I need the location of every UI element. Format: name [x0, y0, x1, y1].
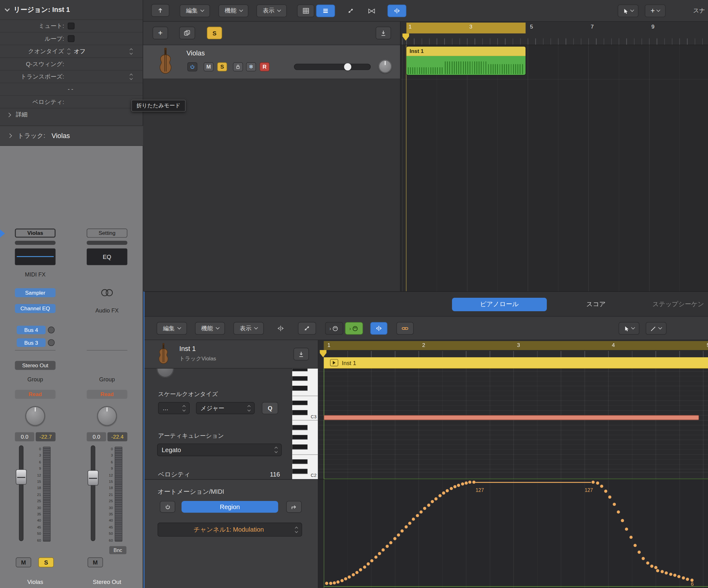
automation-point[interactable] — [416, 514, 419, 517]
strip-name-button[interactable]: Violas — [15, 229, 56, 238]
automation-point[interactable] — [393, 537, 396, 540]
edit-menu[interactable]: 編集 — [180, 4, 210, 17]
volume-fader[interactable] — [88, 470, 98, 486]
hide-inspector-button[interactable] — [151, 4, 169, 17]
track-freeze-button[interactable]: ❄ — [246, 62, 256, 71]
automation-point[interactable] — [613, 502, 616, 506]
arrange-grid[interactable]: Inst 1 — [401, 45, 708, 291]
midi-note[interactable] — [324, 415, 699, 420]
transpose-stepper[interactable] — [130, 74, 132, 79]
automation-power-button[interactable] — [160, 501, 175, 513]
automation-point[interactable] — [427, 503, 430, 507]
tab-score[interactable]: スコア — [576, 298, 616, 311]
flex-button[interactable] — [387, 4, 407, 17]
list-view-button[interactable] — [316, 4, 335, 17]
automation-segment-line[interactable] — [475, 482, 591, 483]
automation-point[interactable] — [453, 485, 456, 489]
add-track-button[interactable]: + — [153, 27, 168, 39]
eq-thumbnail[interactable] — [15, 248, 56, 265]
automation-point[interactable] — [371, 559, 374, 562]
automation-point[interactable] — [367, 562, 370, 565]
black-key[interactable] — [292, 369, 307, 371]
track-record-button[interactable]: R — [260, 62, 270, 71]
track-on-button[interactable] — [187, 62, 198, 71]
send-bus4[interactable]: Bus 4 — [17, 326, 46, 334]
automation-point[interactable] — [329, 582, 332, 585]
automation-point[interactable] — [344, 577, 347, 581]
automation-point[interactable] — [412, 518, 415, 521]
track-lock-button[interactable] — [233, 62, 243, 71]
automation-point[interactable] — [654, 566, 657, 569]
automation-point[interactable] — [625, 527, 628, 530]
snap-label[interactable]: スナ — [693, 7, 705, 15]
automation-point[interactable] — [348, 576, 351, 579]
send-bus3[interactable]: Bus 3 — [17, 339, 46, 347]
tab-piano-roll[interactable]: ピアノロール — [452, 298, 547, 311]
automation-point[interactable] — [423, 507, 426, 510]
automation-point[interactable] — [374, 556, 378, 559]
automation-point[interactable] — [386, 545, 389, 548]
send-bus3-knob[interactable] — [48, 339, 55, 346]
automation-point[interactable] — [646, 562, 649, 565]
automation-point[interactable] — [665, 571, 668, 575]
automation-point[interactable] — [340, 579, 343, 582]
automation-channel-select[interactable]: チャンネル1: Modulation — [157, 523, 302, 537]
black-key[interactable] — [292, 401, 307, 406]
automation-point[interactable] — [686, 577, 689, 581]
automation-point[interactable] — [359, 568, 362, 571]
group-slot[interactable]: Group — [15, 376, 56, 383]
volume-fader[interactable] — [16, 469, 27, 485]
view-menu[interactable]: 表示 — [256, 4, 287, 17]
eq-thumbnail[interactable]: EQ — [87, 248, 127, 265]
arrange-ruler[interactable]: 13579 — [401, 22, 708, 45]
automation-point[interactable] — [352, 573, 355, 577]
automation-point[interactable] — [600, 485, 603, 488]
automation-point[interactable] — [431, 500, 434, 503]
mute-button[interactable]: M — [88, 557, 103, 567]
send-bus4-knob[interactable] — [48, 327, 55, 333]
automation-point[interactable] — [442, 492, 445, 495]
piano-keyboard[interactable]: C3C2 — [292, 369, 318, 479]
editor-pointer-tool-menu[interactable] — [618, 322, 639, 335]
pan-knob[interactable] — [97, 406, 117, 426]
automation-transfer-button[interactable] — [286, 501, 302, 513]
region-bar[interactable]: Inst 1 — [324, 357, 708, 369]
automation-point[interactable] — [355, 571, 358, 574]
midi-fx-slot[interactable]: MIDI FX — [15, 271, 56, 278]
automation-mode-slot[interactable]: Read — [15, 390, 56, 399]
midi-region[interactable]: Inst 1 — [406, 47, 526, 75]
automation-point[interactable] — [397, 533, 400, 536]
automation-point[interactable] — [660, 570, 663, 573]
mute-checkbox[interactable] — [68, 23, 75, 29]
black-key[interactable] — [292, 425, 307, 430]
articulation-select[interactable]: Legato — [157, 444, 282, 456]
automation-point[interactable] — [609, 496, 612, 499]
track-name[interactable]: Violas — [186, 49, 205, 57]
automation-point[interactable] — [325, 582, 328, 585]
volume-value[interactable]: 0.0 — [15, 432, 34, 441]
instrument-slot[interactable]: Sampler — [15, 288, 56, 297]
pointer-tool-menu[interactable] — [618, 4, 639, 17]
automation-point[interactable] — [617, 511, 620, 514]
black-key[interactable] — [292, 445, 307, 450]
black-key[interactable] — [292, 469, 307, 474]
solo-button[interactable]: S — [38, 557, 54, 567]
automation-mode-slot[interactable]: Read — [87, 390, 127, 399]
automation-point[interactable] — [669, 572, 672, 576]
black-key[interactable] — [292, 376, 307, 381]
automation-point[interactable] — [592, 480, 595, 484]
automation-tool-icon[interactable] — [343, 4, 360, 17]
peak-value[interactable]: -22.4 — [107, 432, 127, 441]
automation-point[interactable] — [472, 480, 475, 484]
automation-point[interactable] — [449, 487, 452, 490]
automation-point[interactable] — [633, 543, 637, 547]
volume-slider-thumb[interactable] — [344, 63, 351, 70]
automation-point[interactable] — [336, 580, 340, 583]
automation-point[interactable] — [419, 510, 422, 513]
peak-value[interactable]: -22.7 — [36, 432, 55, 441]
midi-out-button[interactable]: › — [345, 322, 363, 335]
track-row[interactable]: Violas M S ❄ R — [143, 45, 400, 79]
modulation-lane[interactable]: 1271276 — [318, 479, 708, 588]
automation-point[interactable] — [382, 549, 385, 552]
automation-point[interactable] — [401, 529, 404, 533]
